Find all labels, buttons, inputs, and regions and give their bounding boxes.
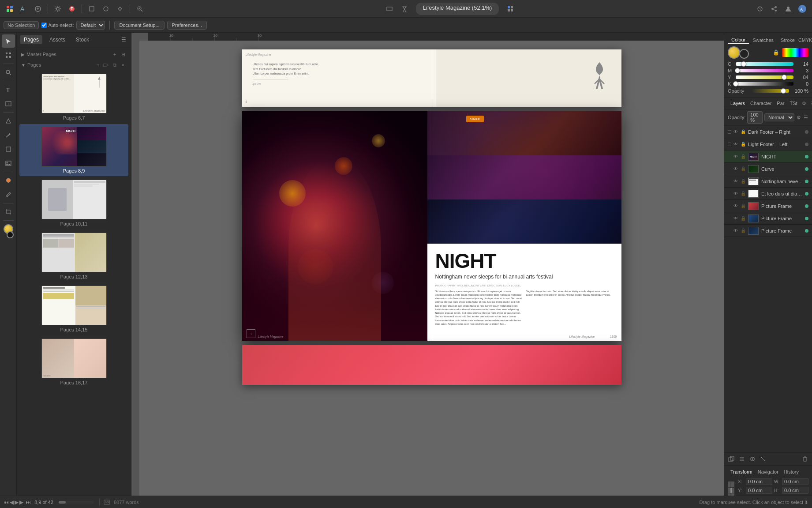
stroke-tab[interactable]: Stroke xyxy=(777,37,798,44)
layer-picture-frame-1[interactable]: 👁 🔒 Picture Frame xyxy=(724,200,812,212)
page-item-1415[interactable]: Pages 14,15 xyxy=(19,283,128,335)
layer-dark-footer-right[interactable]: 👁 🔒 Dark Footer – Right xyxy=(724,126,812,138)
node-tool[interactable] xyxy=(2,49,15,62)
layer-delete-icon[interactable] xyxy=(801,455,809,463)
h-input[interactable] xyxy=(782,487,808,494)
layers-menu-icon[interactable]: ☰ xyxy=(809,99,812,107)
colour-tab[interactable]: Colour xyxy=(728,36,749,44)
layer-add-icon[interactable] xyxy=(727,455,736,463)
dup-page-icon[interactable]: ⧉ xyxy=(111,61,118,68)
account-btn[interactable]: A xyxy=(796,3,808,15)
opacity-thumb[interactable] xyxy=(781,88,786,94)
c-slider-thumb[interactable] xyxy=(741,61,746,67)
canvas-scroll[interactable]: 6 Lifestyle Magazine Ultrices dui sapien… xyxy=(139,41,724,508)
layer-vis-1[interactable]: 👁 xyxy=(733,129,739,135)
layer-vis-5[interactable]: 👁 xyxy=(733,178,739,184)
layer-night-text[interactable]: 👁 🔒 NIGHT NIGHT xyxy=(724,151,812,163)
layer-lock-7[interactable]: 🔒 xyxy=(740,203,746,209)
layer-vis-8[interactable]: 👁 xyxy=(733,215,739,222)
publish-icon-btn[interactable] xyxy=(66,3,78,15)
app-icon-3[interactable] xyxy=(32,3,44,15)
layer-visible-icon[interactable] xyxy=(748,455,757,463)
select-tool[interactable] xyxy=(2,34,15,48)
fill-tool[interactable] xyxy=(2,174,15,187)
layer-arrange-icon[interactable] xyxy=(737,455,746,463)
pen-tool[interactable] xyxy=(2,114,15,128)
layer-vis-2[interactable]: 👁 xyxy=(733,141,739,147)
layer-lock-2[interactable]: 🔒 xyxy=(740,141,746,147)
collapse-arrow-2[interactable] xyxy=(728,143,731,146)
layer-lock-1[interactable]: 🔒 xyxy=(740,129,746,135)
layers-tab[interactable]: Layers xyxy=(728,100,748,107)
layer-et-leo[interactable]: 👁 🔒 Et leo duis ut diam quam xyxy=(724,188,812,200)
x-input[interactable] xyxy=(746,478,772,485)
layer-picture-frame-3[interactable]: 👁 🔒 Picture Frame xyxy=(724,225,812,237)
par-tab[interactable]: Par xyxy=(774,100,787,107)
stroke-color[interactable] xyxy=(7,231,14,238)
document-setup-btn[interactable]: Document Setup... xyxy=(114,21,164,30)
add-master-icon[interactable]: + xyxy=(111,51,118,58)
layer-vis-7[interactable]: 👁 xyxy=(733,203,739,209)
k-slider-thumb[interactable] xyxy=(733,81,738,87)
pages-section-header[interactable]: ▼ Pages ≡ □+ ⧉ × xyxy=(19,60,129,70)
user-btn[interactable] xyxy=(782,3,794,15)
layers-settings-icon[interactable]: ⚙ xyxy=(800,99,808,107)
w-input[interactable] xyxy=(782,478,808,485)
del-page-icon[interactable]: × xyxy=(120,61,127,68)
del-master-icon[interactable]: ⊟ xyxy=(120,51,127,58)
page-item-1213[interactable]: Pages 12,13 xyxy=(19,230,128,282)
text-tool[interactable]: T xyxy=(2,83,15,96)
lock-icon[interactable]: 🔒 xyxy=(773,49,779,56)
shape-tool[interactable] xyxy=(2,143,15,156)
layer-curve[interactable]: 👁 🔒 Curve xyxy=(724,163,812,175)
main-spread-page[interactable]: → Lifestyle Magazine xyxy=(242,111,621,341)
y-slider-thumb[interactable] xyxy=(782,75,787,80)
frame-text-tool[interactable]: T xyxy=(2,97,15,110)
layer-vis-9[interactable]: 👁 xyxy=(733,228,739,234)
next-page-btn[interactable]: ▶| xyxy=(19,499,25,505)
page-item-89[interactable]: NIGHT Pages 8,9 xyxy=(19,124,128,176)
layer-lock-4[interactable]: 🔒 xyxy=(740,166,746,172)
auto-select-checkbox[interactable] xyxy=(41,23,47,28)
layers-gear-icon[interactable]: ⚙ xyxy=(796,113,801,121)
tab-pages[interactable]: Pages xyxy=(20,35,42,44)
play-btn[interactable]: ▶ xyxy=(15,499,19,505)
add-page-icon[interactable]: □+ xyxy=(103,61,110,68)
tool-a[interactable] xyxy=(86,3,98,15)
prev-page-btn[interactable]: ◀ xyxy=(10,499,14,505)
settings-icon-btn[interactable] xyxy=(52,3,64,15)
preferences-btn[interactable]: Preferences... xyxy=(167,21,207,30)
m-slider-thumb[interactable] xyxy=(735,68,740,73)
tool-b[interactable] xyxy=(100,3,112,15)
crop-tool[interactable] xyxy=(2,205,15,218)
layer-lock-5[interactable]: 🔒 xyxy=(740,178,746,184)
share-btn[interactable] xyxy=(768,3,780,15)
spectrum-bar[interactable] xyxy=(782,48,808,57)
layer-nottingham-text[interactable]: 👁 🔒 Nottingham never sleeps f... xyxy=(724,175,812,188)
default-select[interactable]: Default xyxy=(76,21,105,30)
layer-vis-4[interactable]: 👁 xyxy=(733,166,739,172)
layer-slash-icon[interactable] xyxy=(759,455,767,463)
layers-opacity-value[interactable]: 100 % xyxy=(747,111,763,124)
tab-stock[interactable]: Stock xyxy=(72,35,93,44)
swatches-tab[interactable]: Swatches xyxy=(749,37,777,44)
panel-menu-icon[interactable]: ☰ xyxy=(120,36,127,44)
navigator-tab[interactable]: Navigator xyxy=(755,468,781,475)
app-icon-2[interactable]: A xyxy=(18,3,30,15)
tab-assets[interactable]: Assets xyxy=(46,35,69,44)
first-page-btn[interactable]: ⏮ xyxy=(4,499,9,505)
page-progress[interactable] xyxy=(59,501,94,504)
layer-picture-frame-2[interactable]: 👁 🔒 Picture Frame xyxy=(724,212,812,225)
eyedropper-tool[interactable] xyxy=(2,188,15,201)
app-icon-1[interactable] xyxy=(4,3,16,15)
history-btn[interactable] xyxy=(754,3,766,15)
page-item-67[interactable]: 6 Lorem ipsum dolor sit amet consectetur… xyxy=(19,71,128,123)
layer-lock-9[interactable]: 🔒 xyxy=(740,228,746,234)
page-item-1617[interactable]: Reclaim Pages 16,17 xyxy=(19,336,128,388)
page-item-1011[interactable]: Pages 10,11 xyxy=(19,177,128,229)
layer-lock-6[interactable]: 🔒 xyxy=(740,191,746,197)
layer-vis-6[interactable]: 👁 xyxy=(733,191,739,197)
layer-light-footer-left[interactable]: 👁 🔒 Light Footer – Left xyxy=(724,138,812,151)
history-tab[interactable]: History xyxy=(781,468,801,475)
tool-c[interactable] xyxy=(114,3,126,15)
